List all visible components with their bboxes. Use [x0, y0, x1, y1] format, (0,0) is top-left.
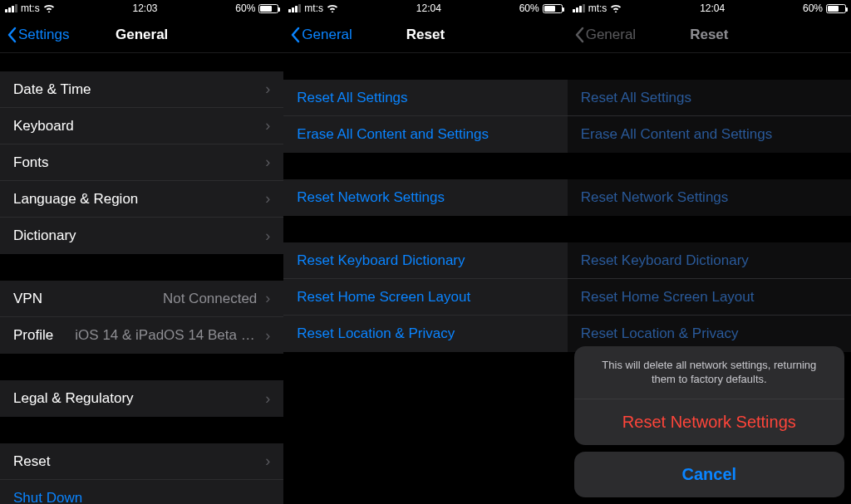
row-reset[interactable]: Reset›: [0, 443, 283, 480]
row-label: Shut Down: [13, 490, 82, 504]
row-reset-home-layout[interactable]: Reset Home Screen Layout: [283, 279, 567, 316]
clock: 12:04: [416, 2, 441, 14]
row-label: Language & Region: [13, 191, 138, 208]
row-label: Reset All Settings: [297, 90, 407, 106]
chevron-right-icon: ›: [265, 154, 270, 171]
back-button[interactable]: Settings: [0, 27, 69, 43]
row-date-time[interactable]: Date & Time›: [0, 71, 283, 108]
sheet-message: This will delete all network settings, r…: [574, 346, 844, 399]
signal-icon: [5, 4, 17, 12]
row-profile[interactable]: Profile iOS 14 & iPadOS 14 Beta Softwar.…: [0, 317, 283, 354]
row-label: Profile: [13, 327, 53, 344]
row-reset-location-privacy[interactable]: Reset Location & Privacy: [283, 316, 567, 352]
row-label: Reset Home Screen Layout: [297, 289, 470, 306]
battery-icon: [826, 4, 846, 13]
signal-icon: [288, 4, 301, 12]
nav-bar: Settings General: [0, 17, 283, 53]
sheet-destructive-button[interactable]: Reset Network Settings: [574, 399, 844, 445]
chevron-right-icon: ›: [265, 453, 270, 470]
row-erase-all[interactable]: Erase All Content and Settings: [283, 116, 567, 153]
row-label: Keyboard: [13, 118, 74, 135]
row-erase-all: Erase All Content and Settings: [568, 116, 851, 153]
row-label: Reset Home Screen Layout: [581, 289, 755, 306]
battery-icon: [543, 4, 563, 13]
row-reset-home-layout: Reset Home Screen Layout: [568, 279, 851, 316]
row-vpn[interactable]: VPN Not Connected ›: [0, 281, 283, 317]
chevron-right-icon: ›: [265, 190, 270, 208]
content-reset: Reset All Settings Erase All Content and…: [283, 53, 567, 504]
row-label: Reset All Settings: [581, 90, 691, 106]
chevron-right-icon: ›: [265, 290, 270, 307]
row-legal[interactable]: Legal & Regulatory›: [0, 380, 283, 417]
row-label: Reset Network Settings: [581, 189, 729, 206]
nav-bar: General Reset: [283, 17, 567, 53]
row-label: Dictionary: [13, 228, 76, 244]
group-reset-1: Reset All Settings Erase All Content and…: [568, 80, 851, 153]
wifi-icon: [43, 3, 55, 14]
group-general-2: VPN Not Connected › Profile iOS 14 & iPa…: [0, 281, 283, 354]
row-reset-network: Reset Network Settings: [568, 179, 851, 216]
chevron-right-icon: ›: [265, 81, 270, 98]
carrier-label: mt:s: [21, 2, 40, 14]
chevron-right-icon: ›: [265, 327, 270, 345]
screen-reset: mt:s 12:04 60% General Reset Reset All S…: [283, 0, 567, 504]
battery-pct: 60%: [519, 2, 539, 14]
chevron-right-icon: ›: [265, 390, 270, 408]
screen-reset-confirm: mt:s 12:04 60% General Reset Reset All S…: [568, 0, 851, 504]
status-bar: mt:s 12:03 60%: [0, 0, 283, 17]
row-language-region[interactable]: Language & Region›: [0, 181, 283, 218]
battery-pct: 60%: [235, 2, 255, 14]
sheet-cancel-card: Cancel: [574, 452, 844, 497]
row-label: Reset Keyboard Dictionary: [581, 252, 749, 269]
signal-icon: [573, 4, 585, 12]
row-reset-network[interactable]: Reset Network Settings: [283, 179, 567, 216]
clock: 12:03: [132, 2, 157, 14]
battery-pct: 60%: [803, 2, 823, 14]
row-shutdown[interactable]: Shut Down: [0, 480, 283, 504]
row-label: Fonts: [13, 154, 49, 171]
carrier-label: mt:s: [588, 2, 608, 14]
row-reset-all-settings[interactable]: Reset All Settings: [283, 80, 567, 116]
back-button[interactable]: General: [283, 27, 352, 43]
chevron-right-icon: ›: [265, 117, 270, 135]
status-bar: mt:s 12:04 60%: [568, 0, 851, 17]
carrier-label: mt:s: [304, 2, 323, 14]
back-label: General: [302, 27, 352, 43]
row-label: Reset Location & Privacy: [581, 325, 739, 342]
group-reset-3: Reset Keyboard Dictionary Reset Home Scr…: [283, 242, 567, 352]
row-label: Reset Location & Privacy: [297, 325, 455, 342]
nav-bar: General Reset: [568, 17, 851, 53]
group-general-4: Reset› Shut Down: [0, 443, 283, 504]
chevron-left-icon: [574, 27, 584, 43]
back-label: General: [586, 27, 636, 43]
row-label: Reset Network Settings: [297, 189, 445, 206]
row-label: Reset Keyboard Dictionary: [297, 252, 465, 269]
row-dictionary[interactable]: Dictionary›: [0, 218, 283, 254]
battery-icon: [258, 4, 278, 13]
group-reset-1: Reset All Settings Erase All Content and…: [283, 80, 567, 153]
group-reset-2: Reset Network Settings: [283, 179, 567, 216]
row-reset-keyboard-dict[interactable]: Reset Keyboard Dictionary: [283, 242, 567, 279]
row-fonts[interactable]: Fonts›: [0, 144, 283, 181]
row-label: Erase All Content and Settings: [581, 126, 773, 143]
row-reset-all-settings: Reset All Settings: [568, 80, 851, 116]
sheet-card: This will delete all network settings, r…: [574, 346, 844, 445]
screen-general: mt:s 12:03 60% Settings General Date & T…: [0, 0, 283, 504]
row-label: Legal & Regulatory: [13, 390, 134, 407]
row-keyboard[interactable]: Keyboard›: [0, 108, 283, 144]
sheet-cancel-button[interactable]: Cancel: [574, 452, 844, 497]
wifi-icon: [327, 3, 338, 14]
row-reset-keyboard-dict: Reset Keyboard Dictionary: [568, 242, 851, 279]
chevron-right-icon: ›: [265, 228, 270, 245]
wifi-icon: [610, 3, 622, 14]
row-label: VPN: [13, 291, 42, 307]
content-general: Date & Time› Keyboard› Fonts› Language &…: [0, 53, 283, 504]
group-general-1: Date & Time› Keyboard› Fonts› Language &…: [0, 71, 283, 254]
action-sheet: This will delete all network settings, r…: [574, 346, 844, 497]
chevron-left-icon: [290, 27, 300, 43]
chevron-left-icon: [7, 27, 17, 43]
group-reset-3: Reset Keyboard Dictionary Reset Home Scr…: [568, 242, 851, 352]
status-bar: mt:s 12:04 60%: [283, 0, 567, 17]
group-general-3: Legal & Regulatory›: [0, 380, 283, 417]
back-label: Settings: [18, 27, 69, 43]
